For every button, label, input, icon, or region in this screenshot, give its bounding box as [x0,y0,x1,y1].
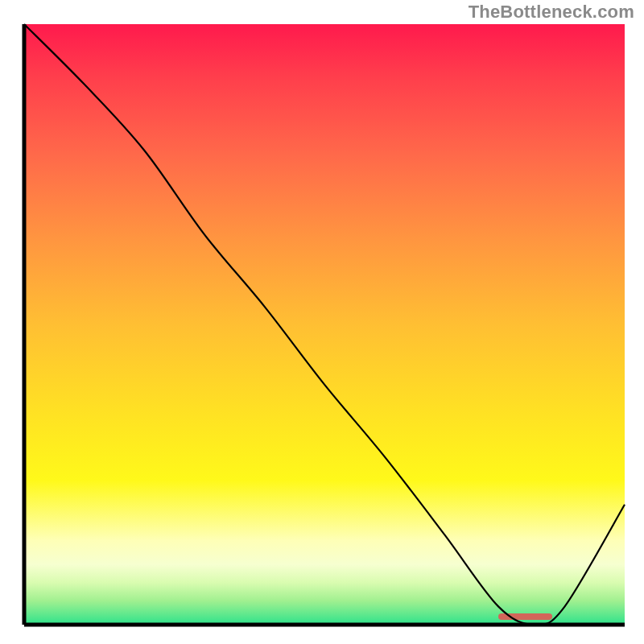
bottleneck-curve [24,24,625,625]
chart-container: TheBottleneck.com [0,0,644,644]
plot-area [24,24,625,625]
attribution-text: TheBottleneck.com [469,2,634,23]
